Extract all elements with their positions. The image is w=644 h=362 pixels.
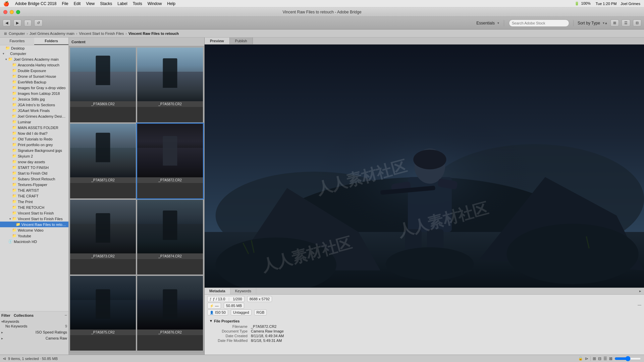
tab-preview[interactable]: Preview: [205, 38, 230, 44]
sidebar-item-the-print[interactable]: 📁 The Print: [0, 199, 68, 204]
menu-window[interactable]: Window: [145, 0, 165, 7]
minimize-button[interactable]: [10, 10, 14, 14]
sidebar-item-macintosh[interactable]: 💿 Macintosh HD: [0, 239, 68, 244]
sidebar-item-portfolio[interactable]: 📁 Print portfolio on grey: [0, 142, 68, 147]
menu-tools[interactable]: Tools: [130, 0, 145, 7]
menu-file[interactable]: File: [59, 0, 71, 7]
thumb-item-3[interactable]: _P7A5871.CR2: [70, 124, 136, 198]
maximize-button[interactable]: [16, 10, 20, 14]
view-grid-button[interactable]: ⊞: [610, 19, 619, 26]
folder-icon-cc: 📁: [16, 222, 20, 227]
thumb-item-8[interactable]: _P7A5876.CR2: [137, 276, 203, 351]
sidebar-item-vincent-start[interactable]: 📁 Vincent Start to Finish: [0, 210, 68, 216]
sidebar-item-the-craft[interactable]: 📁 THE CRAFT: [0, 193, 68, 199]
sidebar-item-the-artist[interactable]: 📁 THE ARTIST: [0, 187, 68, 193]
close-button[interactable]: [3, 10, 7, 14]
tab-favorites[interactable]: Favorites: [0, 38, 34, 45]
sidebar-item-snow[interactable]: 📁 snow day assets: [0, 159, 68, 165]
tab-metadata[interactable]: Metadata: [205, 288, 230, 294]
file-section-title: File Properties: [214, 319, 239, 323]
breadcrumb-joel[interactable]: Joel Grimes Academy main: [29, 32, 75, 36]
sidebar-item-joel-designs[interactable]: 📁 Joel Grimes Academy Designs: [0, 113, 68, 119]
sidebar-item-main-assets[interactable]: 📁 MAIN ASSETS FOLDER: [0, 125, 68, 130]
collections-title[interactable]: Collections: [14, 313, 34, 317]
toolbar-divider2: [573, 20, 574, 26]
sidebar-item-jga-intro[interactable]: 📁 JGA Intro's to Sections: [0, 102, 68, 108]
sidebar-item-start-to-finish[interactable]: 📁 START TO FINISH: [0, 165, 68, 170]
menu-stacks[interactable]: Stacks: [97, 0, 115, 7]
exif-colorspace: RGB: [257, 310, 265, 314]
sidebar-item-subaru[interactable]: 📁 Subaru Shoot Retouch: [0, 176, 68, 182]
sidebar-item-jgaart[interactable]: 📁 JGAart Work Finals: [0, 108, 68, 113]
thumb-item-1[interactable]: _P7A5869.CR2: [70, 48, 136, 122]
sidebar-label-main-assets: MAIN ASSETS FOLDER: [18, 126, 58, 130]
back-button[interactable]: ◀: [3, 19, 11, 26]
view-grid-large-icon[interactable]: ⊟: [598, 356, 601, 361]
menu-edit[interactable]: Edit: [71, 0, 84, 7]
datemodified-label: Date File Modified: [210, 339, 250, 343]
file-properties-header[interactable]: ▾ File Properties: [210, 319, 639, 323]
sidebar-item-images-gray[interactable]: 📁 Images for Gray x-drop video: [0, 85, 68, 90]
info-panel-collapse[interactable]: ▸: [637, 288, 644, 294]
info-panel: Metadata Keywords ▸ ƒ ƒ / 13.0 | 1/200 8…: [205, 288, 644, 355]
thumb-item-7[interactable]: _P7A5875.CR2: [70, 276, 136, 351]
thumb-item-2[interactable]: _P7A5870.CR2: [137, 48, 203, 122]
sidebar-item-vincent-files[interactable]: 📁 Vincent Start to Finish Files: [0, 216, 68, 222]
camera-raw-expand-icon[interactable]: ▸: [1, 337, 3, 340]
sidebar-item-drone[interactable]: 📁 Drone of Sunset House: [0, 73, 68, 79]
sidebar-item-images-laptop[interactable]: 📁 Images from Labtop 2018: [0, 90, 68, 96]
filter-title[interactable]: Filter: [1, 313, 10, 317]
sidebar-item-desktop[interactable]: 📁 Desktop: [0, 45, 68, 51]
sidebar-item-vincent-raw[interactable]: 📁 Vincent Raw Files to retouch: [0, 222, 68, 227]
menu-help[interactable]: Help: [164, 0, 178, 7]
sidebar-item-luminar[interactable]: 📁 Luminar: [0, 119, 68, 125]
sidebar-item-old-tutorials[interactable]: 📁 Old Tutorials to Redo: [0, 136, 68, 142]
thumb-item-5[interactable]: _P7A5873.CR2: [70, 200, 136, 275]
sidebar-item-the-retouch[interactable]: 📁 THE RETOUCH: [0, 204, 68, 210]
view-grid-small-icon[interactable]: ⊞: [593, 356, 596, 361]
content-scrollbar-bottom[interactable]: [69, 352, 204, 355]
sidebar-item-everweb[interactable]: 📁 EverWeb Backup: [0, 79, 68, 85]
breadcrumb-start[interactable]: Vincent Start to Finish Files: [78, 32, 125, 36]
sidebar-item-joel[interactable]: 📁 Joel Grimes Academy main: [0, 56, 68, 62]
view-list-icon[interactable]: ☰: [603, 356, 607, 361]
sidebar-item-jessica[interactable]: 📁 Jessica Stills jpg: [0, 96, 68, 102]
sidebar-label-start-to-finish: START TO FINISH: [18, 166, 49, 170]
thumb-item-4[interactable]: _P7A5872.CR2: [137, 124, 203, 198]
tab-folders[interactable]: Folders: [34, 38, 68, 45]
tab-keywords[interactable]: Keywords: [230, 288, 256, 294]
view-detail-icon[interactable]: ⊠: [609, 356, 612, 361]
up-button[interactable]: ↑: [24, 20, 32, 26]
sidebar-item-now-did[interactable]: 📁 Now did I do that?: [0, 130, 68, 136]
refresh-button[interactable]: ↺: [34, 19, 43, 26]
view-list-button[interactable]: ☰: [622, 19, 630, 26]
menu-label[interactable]: Label: [115, 0, 130, 7]
tab-publish[interactable]: Publish: [230, 38, 253, 44]
thumb-item-6[interactable]: _P7A5874.CR2: [137, 200, 203, 275]
sidebar-item-computer[interactable]: 🖥 Computer: [0, 51, 68, 56]
svg-point-18: [386, 247, 474, 280]
thumbnail-size-slider[interactable]: [614, 356, 641, 361]
apple-menu[interactable]: 🍎: [0, 1, 12, 6]
sidebar-item-youtube[interactable]: 📁 Youtube: [0, 233, 68, 239]
menu-view[interactable]: View: [83, 0, 97, 7]
menu-bridge[interactable]: Adobe Bridge CC 2018: [12, 0, 59, 7]
filter-collapse-button[interactable]: −: [64, 313, 67, 318]
breadcrumb-computer[interactable]: Computer: [8, 32, 25, 36]
forward-button[interactable]: ▶: [13, 19, 21, 26]
filter-button[interactable]: ⊟: [633, 19, 641, 26]
sidebar-item-welcome[interactable]: 📁 Welcome Video: [0, 227, 68, 233]
sidebar-item-textures[interactable]: 📁 Textures-Flypaper: [0, 182, 68, 187]
preview-panel: Preview Publish: [205, 38, 644, 355]
sidebar-item-start-finish-old[interactable]: 📁 Start to Finish Old: [0, 170, 68, 176]
sidebar-item-signature[interactable]: 📁 Signature Background jpgs: [0, 147, 68, 153]
workspace-chevron-icon: ▾: [497, 21, 499, 25]
search-input[interactable]: [509, 19, 569, 27]
iso-expand-icon[interactable]: ▸: [1, 330, 3, 334]
tree-arrow-bb: [8, 217, 12, 221]
sidebar-item-double[interactable]: 📁 Double Exposure: [0, 68, 68, 73]
folder-icon-x: 📁: [12, 194, 17, 198]
sidebar-item-anaconda[interactable]: 📁 Anaconda Harley retouch: [0, 62, 68, 68]
folder-icon-desktop: 📁: [5, 46, 10, 50]
sidebar-item-skyium[interactable]: 📁 Skyium 2: [0, 153, 68, 159]
